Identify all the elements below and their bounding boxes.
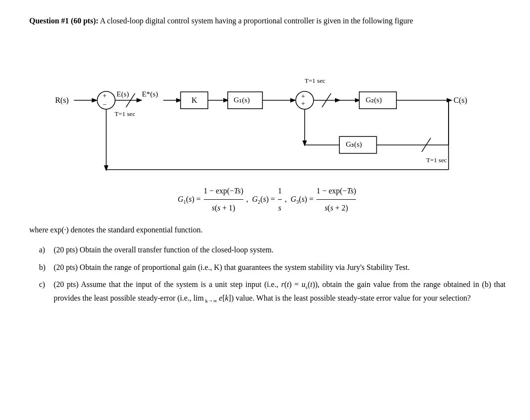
g1-eq-lhs: G1(s) = [178, 191, 201, 207]
comma2: , [285, 191, 289, 207]
part-a-content: (20 pts) Obtain the overall transfer fun… [54, 244, 274, 256]
equations-line: G1(s) = 1 − exp(−Ts) s(s + 1) , G2(s) = … [29, 183, 506, 216]
g3-numerator: 1 − exp(−Ts) [316, 183, 356, 200]
t1sec-feedback-label: T=1 sec [426, 156, 447, 164]
part-a-label: a) [39, 244, 54, 256]
diagram-svg: R(s) + − E(s) T=1 sec E*(s) K G₁(s) + + [29, 37, 506, 173]
g2-numerator: 1 [278, 183, 282, 200]
g2-eq-lhs: G2(s) = [252, 191, 275, 207]
rs-label: R(s) [55, 95, 69, 105]
g2-fraction: 1 s [278, 183, 282, 216]
g1-denominator: s(s + 1) [212, 200, 235, 216]
part-b-content: (20 pts) Obtain the range of proportiona… [54, 261, 410, 274]
part-b-label: b) [39, 261, 54, 274]
t1sec-sampler2-label: T=1 sec [305, 77, 325, 84]
comma1: , [246, 191, 250, 207]
parts-section: a) (20 pts) Obtain the overall transfer … [39, 244, 506, 305]
part-b: b) (20 pts) Obtain the range of proporti… [39, 261, 506, 274]
part-a: a) (20 pts) Obtain the overall transfer … [39, 244, 506, 256]
g1-numerator: 1 − exp(−Ts) [204, 183, 243, 200]
g3-label: G₃(s) [346, 140, 362, 149]
g2-denominator: s [278, 200, 281, 216]
estar-label: E*(s) [142, 89, 158, 98]
where-text-content: where exp(·) denotes the standard expone… [29, 226, 202, 234]
g1-fraction: 1 − exp(−Ts) s(s + 1) [204, 183, 243, 216]
minus-label-1: − [103, 100, 107, 108]
plus-label-2: + [301, 92, 305, 99]
es-label: E(s) [117, 89, 129, 98]
question-description: A closed-loop digital control system hav… [100, 17, 413, 25]
part-c: c) (20 pts) Assume that the input of the… [39, 278, 506, 305]
plus-label-1: + [103, 91, 107, 99]
question-title: Question #1 (60 pts): [29, 17, 98, 25]
plus-label-3: + [301, 99, 305, 107]
part-c-label: c) [39, 278, 54, 291]
equations-section: G1(s) = 1 − exp(−Ts) s(s + 1) , G2(s) = … [29, 183, 506, 216]
part-c-content: (20 pts) Assume that the input of the sy… [54, 278, 506, 305]
g3-fraction: 1 − exp(−Ts) s(s + 2) [316, 183, 356, 216]
k-label: K [192, 95, 197, 105]
g1-label: G₁(s) [234, 95, 250, 104]
g3-denominator: s(s + 2) [325, 200, 348, 216]
block-diagram: R(s) + − E(s) T=1 sec E*(s) K G₁(s) + + [29, 37, 506, 173]
t1sec-sampler1-label: T=1 sec [115, 110, 135, 117]
question-header: Question #1 (60 pts): A closed-loop digi… [29, 15, 506, 27]
g2-label: G₂(s) [366, 95, 382, 104]
cs-label: C(s) [453, 95, 467, 105]
where-text: where exp(·) denotes the standard expone… [29, 224, 506, 236]
g3-eq-lhs: G3(s) = [291, 191, 314, 207]
